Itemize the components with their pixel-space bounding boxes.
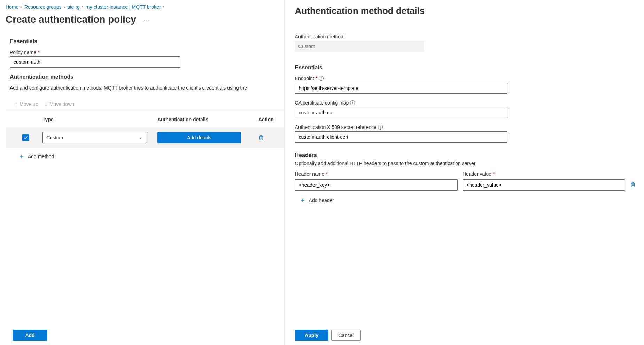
info-icon[interactable]: i [319, 76, 324, 81]
chevron-right-icon: › [64, 4, 65, 10]
row-checkbox[interactable] [22, 134, 29, 141]
table-row: Custom ⌄ Add details [6, 127, 284, 148]
ca-cert-input[interactable] [295, 107, 507, 118]
right-essentials-heading: Essentials [295, 64, 636, 71]
delete-header-button[interactable] [630, 182, 636, 189]
required-icon: * [493, 171, 495, 177]
type-select-value: Custom [46, 135, 63, 140]
policy-name-label: Policy name [10, 49, 36, 55]
arrow-down-icon: ↓ [45, 101, 47, 107]
toolbar: ↑ Move up ↓ Move down [6, 98, 284, 111]
right-title: Authentication method details [295, 6, 636, 16]
info-icon[interactable]: i [350, 100, 355, 105]
auth-methods-table: Type Authentication details Action Custo… [6, 111, 284, 159]
add-details-button[interactable]: Add details [157, 132, 241, 143]
endpoint-input[interactable] [295, 83, 507, 94]
headers-row: Header name * Header value * [295, 171, 636, 191]
add-header-button[interactable]: Add header [295, 195, 636, 203]
column-action: Action [258, 117, 274, 122]
headers-help: Optionally add additional HTTP headers t… [295, 161, 636, 166]
required-icon: * [38, 49, 39, 55]
delete-row-button[interactable] [258, 135, 264, 140]
left-pane: Home › Resource groups › aio-rg › my-clu… [0, 0, 284, 345]
move-up-button[interactable]: ↑ Move up [15, 101, 38, 107]
add-method-label: Add method [28, 154, 54, 159]
more-icon[interactable]: ⋯ [142, 14, 151, 25]
arrow-up-icon: ↑ [15, 101, 17, 107]
plus-icon [19, 154, 24, 159]
breadcrumb: Home › Resource groups › aio-rg › my-clu… [6, 4, 284, 10]
chevron-down-icon: ⌄ [139, 135, 142, 140]
endpoint-label: Endpoint [295, 76, 314, 81]
breadcrumb-resource-groups[interactable]: Resource groups [24, 4, 62, 10]
move-down-label: Move down [49, 101, 75, 107]
auth-methods-heading: Authentication methods [10, 74, 284, 80]
plus-icon [300, 198, 305, 203]
move-up-label: Move up [20, 101, 38, 107]
auth-method-label: Authentication method [295, 34, 636, 39]
add-button[interactable]: Add [13, 330, 47, 341]
auth-method-readonly: Custom [295, 41, 424, 52]
chevron-right-icon: › [82, 4, 84, 10]
required-icon: * [326, 171, 327, 177]
breadcrumb-aio-rg[interactable]: aio-rg [67, 4, 80, 10]
breadcrumb-cluster-instance[interactable]: my-cluster-instance | MQTT broker [86, 4, 161, 10]
column-auth-details: Authentication details [157, 117, 258, 122]
type-select[interactable]: Custom ⌄ [42, 132, 146, 143]
x509-input[interactable] [295, 131, 507, 143]
cancel-button[interactable]: Cancel [331, 330, 361, 341]
add-header-label: Add header [309, 198, 334, 203]
page-title: Create authentication policy [6, 14, 136, 25]
left-bottom-bar: Add [0, 330, 284, 345]
add-method-button[interactable]: Add method [6, 148, 284, 159]
header-name-input[interactable] [295, 179, 458, 191]
policy-name-input[interactable] [10, 56, 180, 68]
header-name-label: Header name [295, 171, 325, 177]
column-type: Type [42, 117, 157, 122]
x509-label: Authentication X.509 secret reference [295, 124, 377, 130]
info-icon[interactable]: i [378, 125, 383, 130]
ca-cert-label: CA certificate config map [295, 100, 349, 106]
move-down-button[interactable]: ↓ Move down [45, 101, 75, 107]
chevron-right-icon: › [21, 4, 22, 10]
auth-methods-help: Add and configure authentication methods… [10, 85, 284, 91]
essentials-heading: Essentials [10, 38, 284, 45]
right-bottom-bar: Apply Cancel [295, 330, 636, 345]
apply-button[interactable]: Apply [295, 330, 328, 341]
header-value-input[interactable] [463, 179, 625, 191]
chevron-right-icon: › [163, 4, 165, 10]
required-icon: * [316, 76, 317, 81]
header-value-label: Header value [463, 171, 491, 177]
breadcrumb-home[interactable]: Home [6, 4, 18, 10]
headers-heading: Headers [295, 152, 636, 159]
right-pane: Authentication method details Authentica… [284, 0, 644, 345]
